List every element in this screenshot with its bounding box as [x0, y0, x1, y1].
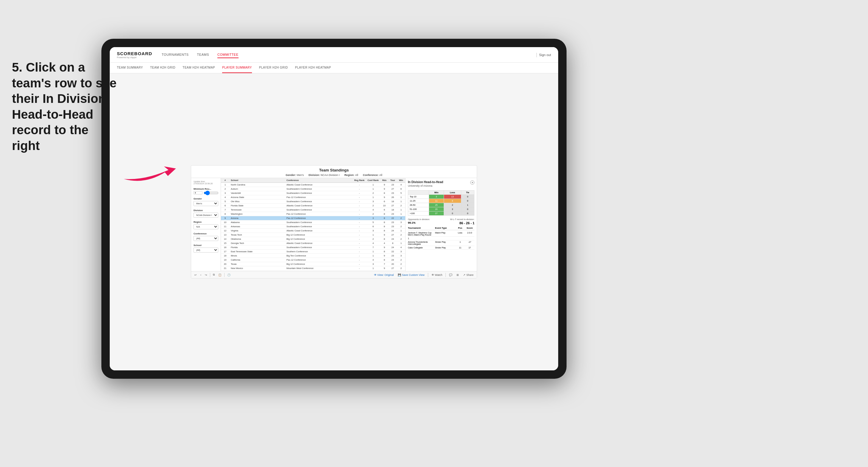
- cell-tour: 23: [389, 224, 397, 229]
- table-row[interactable]: 2 Auburn Southeastern Conference - 1 9 2…: [221, 187, 405, 191]
- table-row[interactable]: 12 Virginia Atlantic Coast Conference - …: [221, 229, 405, 233]
- min-rounds-slider[interactable]: [204, 192, 219, 194]
- t-pos: Loss: [455, 232, 465, 236]
- cell-reg-rank: -: [353, 183, 366, 187]
- cell-reg-rank: -: [353, 237, 366, 241]
- update-time-value: 27/03/2024 15:56:26: [193, 183, 218, 185]
- cell-reg-rank: -: [353, 191, 366, 195]
- cell-conference: Pac-12 Conference: [285, 216, 353, 220]
- redo-button[interactable]: ↪: [204, 273, 208, 277]
- sign-out-button[interactable]: Sign out: [539, 53, 551, 57]
- cell-conf-rank: 1: [366, 266, 380, 271]
- sub-nav-player-h2h-heatmap[interactable]: PLAYER H2H HEATMAP: [295, 63, 331, 73]
- wlt-win: 25: [429, 203, 444, 207]
- cell-num: 14: [221, 237, 229, 241]
- t-name: Cabo Collegiate: [408, 247, 435, 249]
- t-header-score: Score: [465, 227, 474, 229]
- cell-tour: 26: [389, 195, 397, 199]
- share-button[interactable]: ↗ Share: [462, 273, 474, 277]
- conference-sidebar-label: Conference: [193, 232, 218, 235]
- cell-conference: Big 12 Conference: [285, 237, 353, 241]
- undo-button[interactable]: ↩: [193, 273, 198, 277]
- sub-nav-player-h2h-grid[interactable]: PLAYER H2H GRID: [259, 63, 288, 73]
- grid-button[interactable]: ⊞: [456, 273, 460, 277]
- tournament-row: Cabo Collegiate Stroke Play 11 17: [408, 246, 474, 250]
- cell-tour: 20: [389, 262, 397, 266]
- cell-reg-rank: -: [353, 199, 366, 204]
- nav-committee[interactable]: COMMITTEE: [217, 52, 239, 58]
- cell-conference: Big Ten Conference: [285, 254, 353, 258]
- sub-nav: TEAM SUMMARY TEAM H2H GRID TEAM H2H HEAT…: [110, 63, 558, 73]
- sub-nav-team-summary[interactable]: TEAM SUMMARY: [117, 63, 143, 73]
- cell-tour: 23: [389, 191, 397, 195]
- arrow-indicator: [121, 158, 189, 186]
- table-row[interactable]: 8 Washington Pac-12 Conference - 2 8 23 …: [221, 212, 405, 216]
- table-row[interactable]: 20 Texas Big 12 Conference - 3 7 20 2: [221, 262, 405, 266]
- table-row[interactable]: 4 Arizona State Pac-12 Conference - 1 9 …: [221, 195, 405, 199]
- cell-reg-rank: -: [353, 224, 366, 229]
- sub-nav-team-h2h-grid[interactable]: TEAM H2H GRID: [150, 63, 176, 73]
- cell-reg-rank: -: [353, 212, 366, 216]
- sub-nav-team-h2h-heatmap[interactable]: TEAM H2H HEATMAP: [183, 63, 215, 73]
- cell-num: 1: [221, 183, 229, 187]
- table-row[interactable]: 18 Illinois Big Ten Conference - 1 9 23 …: [221, 254, 405, 258]
- table-row[interactable]: 3 Vanderbilt Southeastern Conference - 2…: [221, 191, 405, 195]
- col-conf-rank: Conf Rank: [366, 178, 380, 183]
- gender-value: Men's: [297, 174, 304, 177]
- table-row[interactable]: 11 Arkansas Southeastern Conference - 6 …: [221, 224, 405, 229]
- t-score: 2-3-0: [465, 232, 474, 236]
- toolbar-sep4: [445, 273, 446, 277]
- sub-nav-player-summary[interactable]: PLAYER SUMMARY: [222, 63, 252, 73]
- min-rounds-input[interactable]: [193, 191, 203, 194]
- nav-teams[interactable]: TEAMS: [197, 52, 209, 58]
- paste-button[interactable]: 📋: [217, 273, 222, 277]
- cell-win: 5: [397, 191, 405, 195]
- table-row[interactable]: 21 New Mexico Mountain West Conference -…: [221, 266, 405, 271]
- save-custom-view-button[interactable]: 💾 Save Custom View: [397, 273, 425, 277]
- cell-win: 4: [397, 183, 405, 187]
- cell-num: 8: [221, 212, 229, 216]
- school-select[interactable]: (All): [193, 248, 218, 253]
- cell-school: Oklahoma: [229, 237, 285, 241]
- table-row[interactable]: 19 California Pac-12 Conference - 4 8 24…: [221, 258, 405, 262]
- wlt-table: Win Loss Tie Top 10 3 13 0 11-25 11 8 0 …: [408, 190, 474, 216]
- table-row[interactable]: 5 Ole Miss Southeastern Conference - 3 6…: [221, 199, 405, 204]
- cell-conf-rank: 3: [366, 216, 380, 220]
- cell-school: Arizona State: [229, 195, 285, 199]
- cell-num: 19: [221, 258, 229, 262]
- clock-button[interactable]: 🕐: [226, 273, 231, 277]
- table-row[interactable]: 6 Florida State Atlantic Coast Conferenc…: [221, 204, 405, 208]
- t-name: 1: [408, 238, 435, 240]
- close-button[interactable]: ✕: [470, 180, 474, 185]
- table-row[interactable]: 10 Alabama Southeastern Conference - 5 8…: [221, 220, 405, 224]
- division-select[interactable]: NCAA Division I: [193, 213, 218, 218]
- wlt-loss: 2: [444, 203, 461, 207]
- cell-school: Ole Miss: [229, 199, 285, 204]
- gender-select[interactable]: Men's: [193, 201, 218, 206]
- wlt-label: 51-100: [408, 207, 429, 212]
- opponents-pct: 99.1%: [408, 221, 416, 225]
- cell-school: Tennessee: [229, 208, 285, 212]
- chat-button[interactable]: 💬: [448, 273, 453, 277]
- cell-tour: 22: [389, 250, 397, 254]
- copy-button[interactable]: ⧉: [212, 273, 216, 277]
- conference-select[interactable]: (All): [193, 236, 218, 241]
- table-row[interactable]: 13 Texas Tech Big 12 Conference - 1 9 27…: [221, 233, 405, 237]
- step-back-button[interactable]: ‹: [199, 273, 202, 277]
- region-select[interactable]: N/A: [193, 224, 218, 229]
- tournament-section: Tournament Event Type Pos Score Jackson …: [408, 226, 474, 250]
- table-row[interactable]: 1 North Carolina Atlantic Coast Conferen…: [221, 183, 405, 187]
- cell-win: 1: [397, 208, 405, 212]
- nav-tournaments[interactable]: TOURNAMENTS: [162, 52, 188, 58]
- table-row[interactable]: 16 Florida Southeastern Conference - 7 9…: [221, 245, 405, 250]
- cell-conf-rank: 1: [366, 195, 380, 199]
- table-row[interactable]: 17 East Tennessee State Southern Confere…: [221, 250, 405, 254]
- table-row[interactable]: 14 Oklahoma Big 12 Conference - 2 8 24 2: [221, 237, 405, 241]
- table-row[interactable]: 9 Arizona Pac-12 Conference - 3 8 22 2: [221, 216, 405, 220]
- table-row[interactable]: 15 Georgia Tech Atlantic Coast Conferenc…: [221, 241, 405, 245]
- watch-button[interactable]: 👁 Watch: [431, 273, 443, 277]
- view-original-button[interactable]: 👁 View: Original: [373, 273, 395, 277]
- cell-tour: 27: [389, 266, 397, 271]
- update-time-section: Update time: 27/03/2024 15:56:26: [193, 180, 218, 185]
- table-row[interactable]: 7 Tennessee Southeastern Conference - 4 …: [221, 208, 405, 212]
